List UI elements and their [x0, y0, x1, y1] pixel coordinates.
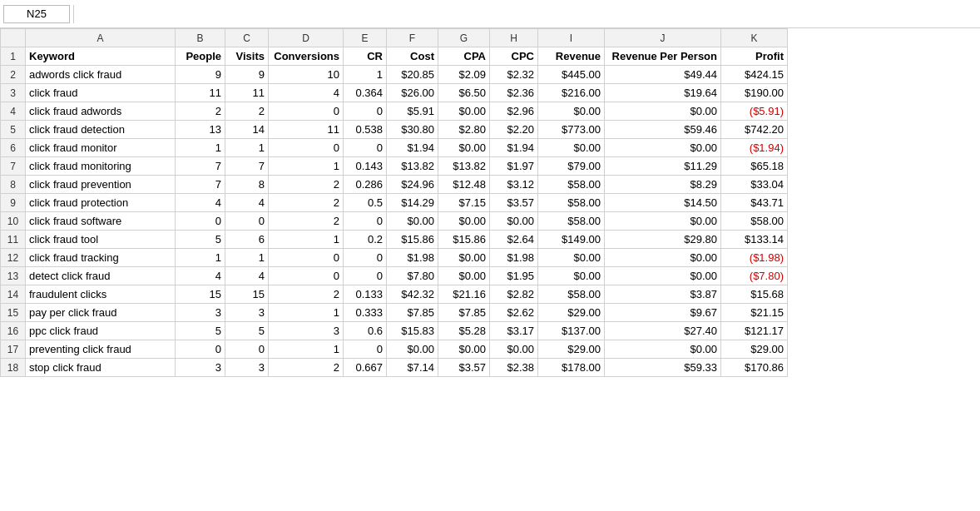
- cell-r11-c3[interactable]: 1: [269, 231, 344, 249]
- cell-r8-c9[interactable]: $8.29: [605, 176, 721, 194]
- cell-r3-c0[interactable]: click fraud: [26, 84, 176, 102]
- cell-r5-c3[interactable]: 11: [269, 121, 344, 139]
- cell-r10-c0[interactable]: click fraud software: [26, 212, 176, 231]
- cell-r8-c4[interactable]: 0.286: [344, 176, 387, 194]
- cell-r10-c6[interactable]: $0.00: [438, 212, 490, 231]
- cell-r17-c2[interactable]: 0: [225, 340, 269, 359]
- cell-r1-c0[interactable]: Keyword: [26, 47, 176, 66]
- cell-r5-c0[interactable]: click fraud detection: [26, 121, 176, 139]
- cell-r10-c2[interactable]: 0: [225, 212, 269, 231]
- cell-r16-c7[interactable]: $3.17: [490, 322, 538, 340]
- cell-r6-c9[interactable]: $0.00: [605, 139, 721, 157]
- cell-r3-c4[interactable]: 0.364: [344, 84, 387, 102]
- cell-r16-c4[interactable]: 0.6: [344, 322, 387, 340]
- cell-r12-c3[interactable]: 0: [269, 249, 344, 267]
- cell-r13-c9[interactable]: $0.00: [605, 267, 721, 285]
- cell-r4-c4[interactable]: 0: [344, 102, 387, 121]
- cell-r1-c2[interactable]: Visits: [225, 47, 269, 66]
- cell-r3-c9[interactable]: $19.64: [605, 84, 721, 102]
- cell-r15-c10[interactable]: $21.15: [721, 304, 788, 322]
- cell-r13-c4[interactable]: 0: [344, 267, 387, 285]
- cell-r1-c1[interactable]: People: [176, 47, 225, 66]
- cell-r11-c10[interactable]: $133.14: [721, 231, 788, 249]
- cell-r12-c2[interactable]: 1: [225, 249, 269, 267]
- cell-r17-c1[interactable]: 0: [176, 340, 225, 359]
- cell-r1-c6[interactable]: CPA: [438, 47, 490, 66]
- cell-r1-c3[interactable]: Conversions: [269, 47, 344, 66]
- col-header-e[interactable]: E: [344, 29, 387, 47]
- cell-r17-c4[interactable]: 0: [344, 340, 387, 359]
- row-number-15[interactable]: 15: [1, 304, 26, 322]
- cell-r4-c8[interactable]: $0.00: [538, 102, 605, 121]
- cell-r18-c6[interactable]: $3.57: [438, 359, 490, 377]
- cell-r10-c5[interactable]: $0.00: [387, 212, 438, 231]
- cell-r16-c8[interactable]: $137.00: [538, 322, 605, 340]
- cell-r2-c2[interactable]: 9: [225, 66, 269, 84]
- row-number-3[interactable]: 3: [1, 84, 26, 102]
- col-header-k[interactable]: K: [721, 29, 788, 47]
- cell-r14-c3[interactable]: 2: [269, 285, 344, 304]
- cell-r7-c1[interactable]: 7: [176, 157, 225, 176]
- cell-r10-c3[interactable]: 2: [269, 212, 344, 231]
- cell-r7-c8[interactable]: $79.00: [538, 157, 605, 176]
- row-number-17[interactable]: 17: [1, 340, 26, 359]
- row-number-7[interactable]: 7: [1, 157, 26, 176]
- cell-r6-c2[interactable]: 1: [225, 139, 269, 157]
- cell-r2-c8[interactable]: $445.00: [538, 66, 605, 84]
- cell-r16-c10[interactable]: $121.17: [721, 322, 788, 340]
- cell-r14-c10[interactable]: $15.68: [721, 285, 788, 304]
- col-header-d[interactable]: D: [269, 29, 344, 47]
- cell-r17-c8[interactable]: $29.00: [538, 340, 605, 359]
- cell-r9-c9[interactable]: $14.50: [605, 194, 721, 212]
- cell-r18-c10[interactable]: $170.86: [721, 359, 788, 377]
- cell-r17-c9[interactable]: $0.00: [605, 340, 721, 359]
- cell-r4-c1[interactable]: 2: [176, 102, 225, 121]
- cell-r17-c0[interactable]: preventing click fraud: [26, 340, 176, 359]
- cell-r14-c7[interactable]: $2.82: [490, 285, 538, 304]
- cell-r6-c5[interactable]: $1.94: [387, 139, 438, 157]
- cell-r6-c6[interactable]: $0.00: [438, 139, 490, 157]
- cell-r15-c6[interactable]: $7.85: [438, 304, 490, 322]
- row-number-18[interactable]: 18: [1, 359, 26, 377]
- cell-r15-c1[interactable]: 3: [176, 304, 225, 322]
- cell-r8-c7[interactable]: $3.12: [490, 176, 538, 194]
- cell-r2-c10[interactable]: $424.15: [721, 66, 788, 84]
- row-number-5[interactable]: 5: [1, 121, 26, 139]
- cell-r7-c9[interactable]: $11.29: [605, 157, 721, 176]
- cell-r14-c6[interactable]: $21.16: [438, 285, 490, 304]
- cell-r12-c7[interactable]: $1.98: [490, 249, 538, 267]
- cell-r15-c0[interactable]: pay per click fraud: [26, 304, 176, 322]
- cell-r1-c5[interactable]: Cost: [387, 47, 438, 66]
- cell-r17-c7[interactable]: $0.00: [490, 340, 538, 359]
- cell-r12-c9[interactable]: $0.00: [605, 249, 721, 267]
- cell-r2-c3[interactable]: 10: [269, 66, 344, 84]
- cell-r10-c10[interactable]: $58.00: [721, 212, 788, 231]
- cell-r5-c2[interactable]: 14: [225, 121, 269, 139]
- cell-r2-c0[interactable]: adwords click fraud: [26, 66, 176, 84]
- cell-r7-c6[interactable]: $13.82: [438, 157, 490, 176]
- cell-r13-c2[interactable]: 4: [225, 267, 269, 285]
- col-header-c[interactable]: C: [225, 29, 269, 47]
- cell-ref-input[interactable]: [3, 5, 70, 23]
- cell-r18-c5[interactable]: $7.14: [387, 359, 438, 377]
- cell-r2-c1[interactable]: 9: [176, 66, 225, 84]
- cell-r15-c3[interactable]: 1: [269, 304, 344, 322]
- cell-r3-c3[interactable]: 4: [269, 84, 344, 102]
- row-number-9[interactable]: 9: [1, 194, 26, 212]
- cell-r15-c2[interactable]: 3: [225, 304, 269, 322]
- cell-r3-c2[interactable]: 11: [225, 84, 269, 102]
- cell-r3-c6[interactable]: $6.50: [438, 84, 490, 102]
- cell-r9-c10[interactable]: $43.71: [721, 194, 788, 212]
- cell-r17-c5[interactable]: $0.00: [387, 340, 438, 359]
- row-number-2[interactable]: 2: [1, 66, 26, 84]
- row-number-12[interactable]: 12: [1, 249, 26, 267]
- cell-r4-c10[interactable]: ($5.91): [721, 102, 788, 121]
- cell-r13-c10[interactable]: ($7.80): [721, 267, 788, 285]
- col-header-[interactable]: [1, 29, 26, 47]
- cell-r16-c2[interactable]: 5: [225, 322, 269, 340]
- cell-r13-c7[interactable]: $1.95: [490, 267, 538, 285]
- cell-r12-c10[interactable]: ($1.98): [721, 249, 788, 267]
- cell-r14-c0[interactable]: fraudulent clicks: [26, 285, 176, 304]
- cell-r2-c7[interactable]: $2.32: [490, 66, 538, 84]
- cell-r4-c9[interactable]: $0.00: [605, 102, 721, 121]
